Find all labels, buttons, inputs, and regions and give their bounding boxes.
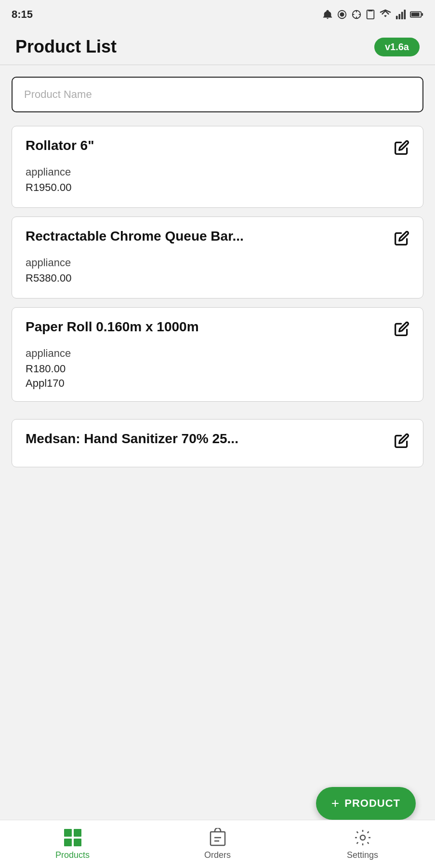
product-card: Medsan: Hand Sanitizer 70% 25... (12, 419, 423, 467)
product-name: Paper Roll 0.160m x 1000m (26, 319, 392, 335)
product-card-header: Medsan: Hand Sanitizer 70% 25... (26, 431, 411, 450)
product-price: R1950.00 (26, 181, 411, 194)
search-input[interactable] (12, 77, 423, 112)
signal-icon (395, 9, 406, 20)
svg-rect-8 (368, 10, 372, 12)
products-list: Rollator 6" appliance R1950.00 Rectracta… (0, 126, 435, 467)
product-name: Medsan: Hand Sanitizer 70% 25... (26, 431, 392, 447)
status-time: 8:15 (12, 8, 33, 21)
target-icon (351, 9, 362, 20)
product-card-header: Rectractable Chrome Queue Bar... (26, 229, 411, 248)
edit-button[interactable] (392, 138, 411, 157)
svg-rect-18 (64, 839, 72, 846)
edit-button[interactable] (392, 229, 411, 248)
product-card: Rollator 6" appliance R1950.00 (12, 126, 423, 208)
svg-rect-16 (64, 829, 72, 837)
svg-rect-15 (422, 13, 423, 16)
fab-label: PRODUCT (344, 797, 400, 810)
edit-button[interactable] (392, 431, 411, 450)
edit-icon (394, 433, 409, 448)
product-category: appliance (26, 166, 411, 178)
svg-rect-10 (398, 14, 400, 19)
wifi-icon (379, 9, 392, 20)
svg-point-1 (340, 13, 343, 16)
circle-icon (337, 9, 347, 20)
svg-rect-19 (74, 839, 81, 846)
battery-icon (410, 10, 423, 19)
notification-icon (322, 9, 333, 20)
plus-icon: + (331, 796, 340, 811)
product-category: appliance (26, 347, 411, 360)
version-badge: v1.6a (374, 38, 420, 56)
orders-nav-label: Orders (204, 850, 231, 860)
edit-icon (394, 231, 409, 246)
search-container (12, 77, 423, 112)
edit-icon (394, 321, 409, 337)
product-card: Paper Roll 0.160m x 1000m appliance R180… (12, 307, 423, 402)
nav-item-settings[interactable]: Settings (290, 824, 435, 860)
svg-rect-12 (404, 10, 406, 19)
svg-rect-7 (367, 10, 374, 19)
header-divider (0, 65, 435, 65)
nav-item-orders[interactable]: Orders (145, 824, 290, 860)
status-icons (322, 9, 423, 20)
product-price: R5380.00 (26, 272, 411, 285)
status-bar: 8:15 (0, 0, 435, 27)
settings-nav-icon (353, 828, 372, 847)
bottom-nav: Products Orders Settings (0, 820, 435, 868)
products-nav-icon (63, 828, 82, 847)
svg-rect-9 (396, 16, 398, 19)
svg-rect-11 (401, 12, 403, 20)
product-price: R180.00 (26, 363, 411, 375)
svg-rect-17 (74, 829, 81, 837)
product-card-header: Paper Roll 0.160m x 1000m (26, 319, 411, 339)
nav-item-products[interactable]: Products (0, 824, 145, 860)
page-title: Product List (15, 37, 117, 57)
edit-icon (394, 140, 409, 155)
product-name: Rectractable Chrome Queue Bar... (26, 229, 392, 244)
product-name: Rollator 6" (26, 138, 392, 153)
fab-container: + PRODUCT (316, 787, 416, 820)
clipboard-icon (366, 9, 375, 20)
product-card: Rectractable Chrome Queue Bar... applian… (12, 217, 423, 298)
product-sku: Appl170 (26, 377, 411, 390)
product-card-header: Rollator 6" (26, 138, 411, 157)
header: Product List v1.6a (0, 27, 435, 65)
svg-point-21 (360, 835, 365, 840)
svg-rect-20 (211, 832, 225, 845)
add-product-button[interactable]: + PRODUCT (316, 787, 416, 820)
products-nav-label: Products (55, 850, 90, 860)
svg-rect-14 (411, 13, 420, 16)
edit-button[interactable] (392, 319, 411, 339)
product-category: appliance (26, 257, 411, 269)
settings-nav-label: Settings (347, 850, 378, 860)
orders-nav-icon (208, 828, 227, 847)
